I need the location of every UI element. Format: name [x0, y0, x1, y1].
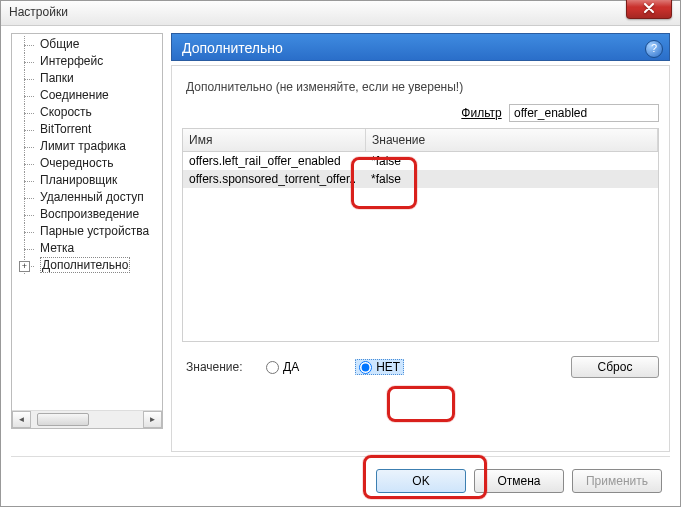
sidebar-item-label: Лимит трафика: [40, 139, 126, 153]
value-editor-label: Значение:: [186, 360, 254, 374]
advanced-settings-table[interactable]: Имя Значение offers.left_rail_offer_enab…: [182, 128, 659, 342]
scroll-right-button[interactable]: ►: [143, 411, 162, 428]
table-row[interactable]: offers.sponsored_torrent_offer..*false: [183, 170, 658, 188]
sidebar-horizontal-scrollbar[interactable]: ◄ ►: [12, 410, 162, 428]
scroll-track[interactable]: [31, 411, 143, 428]
sidebar-item[interactable]: Планировщик: [12, 172, 162, 189]
sidebar-tree[interactable]: ОбщиеИнтерфейсПапкиСоединениеСкоростьBit…: [11, 33, 163, 429]
sidebar-item-label: Папки: [40, 71, 74, 85]
close-button[interactable]: [626, 0, 672, 19]
sidebar-item-label: Удаленный доступ: [40, 190, 144, 204]
filter-input[interactable]: [509, 104, 659, 122]
sidebar-item-label: Планировщик: [40, 173, 117, 187]
radio-yes[interactable]: ДА: [262, 359, 303, 375]
sidebar-item[interactable]: Соединение: [12, 87, 162, 104]
dialog-body: ОбщиеИнтерфейсПапкиСоединениеСкоростьBit…: [7, 29, 674, 500]
sidebar-item[interactable]: +Дополнительно: [12, 257, 162, 274]
scroll-left-button[interactable]: ◄: [12, 411, 31, 428]
sidebar-item-label: Очередность: [40, 156, 113, 170]
panel-hint: Дополнительно (не изменяйте, если не уве…: [186, 80, 659, 94]
window-title: Настройки: [9, 5, 68, 19]
column-header-name[interactable]: Имя: [183, 129, 366, 151]
close-icon: [644, 3, 654, 13]
sidebar-item-label: Воспроизведение: [40, 207, 139, 221]
table-row[interactable]: offers.left_rail_offer_enabled*false: [183, 152, 658, 170]
filter-row: Фильтр: [182, 104, 659, 122]
settings-window: Настройки ОбщиеИнтерфейсПапкиСоединениеС…: [0, 0, 681, 507]
panel-body: Дополнительно (не изменяйте, если не уве…: [171, 65, 670, 452]
sidebar-item-label: Парные устройства: [40, 224, 149, 238]
table-header: Имя Значение: [183, 129, 658, 152]
sidebar-item[interactable]: Общие: [12, 36, 162, 53]
scroll-thumb[interactable]: [37, 413, 89, 426]
cancel-button[interactable]: Отмена: [474, 469, 564, 493]
dialog-button-bar: OK Отмена Применить: [11, 456, 670, 496]
reset-button[interactable]: Сброс: [571, 356, 659, 378]
sidebar-item[interactable]: BitTorrent: [12, 121, 162, 138]
panel-title: Дополнительно: [182, 40, 283, 56]
sidebar-item[interactable]: Очередность: [12, 155, 162, 172]
radio-yes-input[interactable]: [266, 361, 279, 374]
ok-button[interactable]: OK: [376, 469, 466, 493]
column-header-value[interactable]: Значение: [366, 129, 658, 151]
sidebar-item[interactable]: Папки: [12, 70, 162, 87]
titlebar: Настройки: [1, 1, 680, 26]
sidebar-item[interactable]: Парные устройства: [12, 223, 162, 240]
panel-header: Дополнительно ?: [171, 33, 670, 61]
sidebar-item[interactable]: Интерфейс: [12, 53, 162, 70]
value-editor-row: Значение: ДА НЕТ Сброс: [182, 356, 659, 378]
sidebar-item-label: Соединение: [40, 88, 109, 102]
table-cell-value: *false: [365, 170, 658, 188]
tree-expand-icon[interactable]: +: [19, 261, 30, 272]
sidebar-item[interactable]: Воспроизведение: [12, 206, 162, 223]
table-cell-name: offers.sponsored_torrent_offer..: [183, 170, 365, 188]
sidebar-item-label: Дополнительно: [40, 257, 130, 273]
sidebar-item-label: Скорость: [40, 105, 92, 119]
apply-button[interactable]: Применить: [572, 469, 662, 493]
sidebar-item-label: Метка: [40, 241, 74, 255]
sidebar-item[interactable]: Лимит трафика: [12, 138, 162, 155]
sidebar-item[interactable]: Метка: [12, 240, 162, 257]
table-cell-name: offers.left_rail_offer_enabled: [183, 152, 365, 170]
radio-yes-label: ДА: [283, 360, 299, 374]
radio-no-label: НЕТ: [376, 360, 400, 374]
sidebar-item-label: Интерфейс: [40, 54, 103, 68]
table-cell-value: *false: [365, 152, 658, 170]
sidebar-item-label: Общие: [40, 37, 79, 51]
sidebar-item-label: BitTorrent: [40, 122, 91, 136]
radio-no[interactable]: НЕТ: [355, 359, 404, 375]
sidebar-item[interactable]: Скорость: [12, 104, 162, 121]
filter-label: Фильтр: [461, 106, 501, 120]
radio-no-input[interactable]: [359, 361, 372, 374]
help-icon[interactable]: ?: [645, 40, 663, 58]
sidebar-item[interactable]: Удаленный доступ: [12, 189, 162, 206]
